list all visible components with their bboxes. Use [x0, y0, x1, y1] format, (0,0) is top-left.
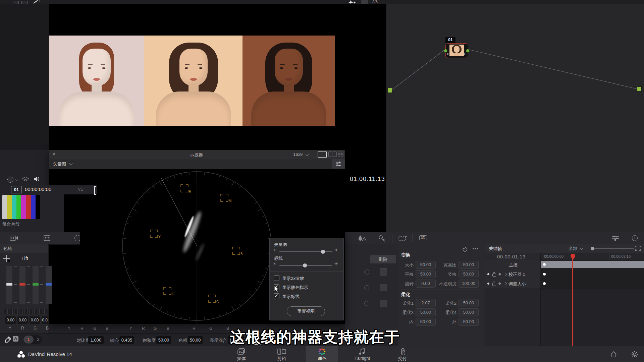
chevron-down-icon[interactable] [69, 162, 73, 165]
saturation-value[interactable]: 50.00 [156, 336, 171, 344]
close-icon[interactable]: × [52, 151, 55, 157]
aspect-value[interactable]: 50.00 [459, 261, 479, 269]
window-circle-icon[interactable] [364, 269, 369, 275]
rotate-value[interactable]: 0.00 [416, 280, 436, 288]
node-input-dot[interactable] [444, 49, 447, 53]
mixer-sliders-icon[interactable] [611, 235, 620, 242]
show-skintone-label[interactable]: 显示肤色指示 [282, 285, 308, 291]
window-circle-icon[interactable] [364, 285, 369, 290]
lock-icon[interactable] [492, 274, 496, 277]
scope-mode-select[interactable]: 矢量图 [53, 161, 66, 167]
crosshair-icon[interactable] [3, 255, 11, 263]
lift-y-slider[interactable] [6, 266, 12, 304]
keyframes-zoom-slider[interactable] [591, 248, 634, 249]
keyframe-diamond-icon[interactable] [498, 282, 501, 285]
keyframe-track-corrector[interactable]: 校正器 1 [485, 269, 644, 279]
show-2x-zoom-checkbox[interactable] [274, 275, 279, 281]
contrast-value[interactable]: 1.000 [88, 336, 104, 344]
reset-view-button[interactable]: 重置视图 [287, 306, 325, 316]
single-view-button[interactable] [318, 152, 327, 158]
tab-color[interactable]: 调色 [306, 346, 338, 362]
lift-y-value[interactable]: 0.00 [5, 316, 16, 324]
lift-b-value[interactable]: 0.0 [42, 316, 48, 324]
clip-thumbnail[interactable] [2, 195, 40, 219]
soften4-value[interactable]: 50.00 [459, 308, 479, 316]
eyedropper-icon[interactable] [4, 336, 11, 344]
chevron-down-icon[interactable] [306, 153, 309, 156]
tab-edit[interactable]: 剪辑 [266, 346, 298, 362]
image-wipe-icon[interactable] [361, 0, 368, 4]
clip-number-badge[interactable]: 01 [11, 186, 22, 193]
highlight-sparkle-icon[interactable] [348, 0, 357, 4]
keyframe-track-sizing[interactable]: 调整大小 [485, 279, 644, 289]
lift-r-value[interactable]: 0.00 [17, 316, 28, 324]
lift-g-value[interactable]: 0.00 [30, 316, 40, 324]
window-shape-button[interactable] [380, 284, 387, 291]
grid-panel-icon[interactable] [44, 235, 51, 242]
delete-button[interactable]: 删除 [370, 255, 396, 263]
tilt-value[interactable]: 50.00 [459, 270, 479, 278]
tab-fairlight[interactable]: Fairlight [346, 346, 378, 362]
tracker-icon[interactable] [398, 235, 407, 242]
tab-media[interactable]: 媒体 [225, 346, 258, 362]
annotate-pen-icon[interactable] [33, 0, 42, 4]
layers-icon[interactable] [22, 177, 29, 182]
gear-icon[interactable] [631, 351, 638, 358]
lift-r-slider[interactable] [19, 266, 25, 304]
master-wheel-strip[interactable] [4, 309, 48, 314]
page-tab-1[interactable]: 1 [23, 336, 34, 344]
camera-still-icon[interactable] [9, 235, 19, 242]
lift-b-slider[interactable] [46, 266, 52, 304]
scope-settings-button[interactable] [332, 159, 345, 169]
keyframe-diamond-icon[interactable] [498, 273, 501, 276]
source-node[interactable] [387, 88, 392, 93]
playhead-line[interactable] [572, 258, 573, 346]
keyframe-track-master[interactable]: 主控 [485, 260, 644, 270]
page-tab-2[interactable]: 2 [35, 336, 41, 344]
window-shape-button[interactable] [380, 268, 387, 276]
dual-view-button-b[interactable] [333, 152, 337, 157]
outer-value[interactable]: 50.00 [459, 318, 479, 326]
graticule-brightness-slider[interactable] [279, 265, 332, 266]
pivot-value[interactable]: 0.435 [119, 336, 134, 344]
qualifier-circle-icon[interactable] [7, 177, 13, 183]
show-graticule-checkbox[interactable]: ✓ [274, 293, 279, 299]
audio-speaker-icon[interactable] [33, 176, 40, 182]
lock-icon[interactable] [492, 283, 496, 286]
corrector-node[interactable] [445, 43, 468, 58]
window-shape-button[interactable] [380, 300, 387, 307]
keyframes-ruler[interactable]: 00:00:01:13 00:00:00:00 00:00:03:10 [485, 253, 644, 260]
3d-keyer-icon[interactable]: 3D [419, 235, 427, 240]
ab-compare-label[interactable]: A/B [372, 0, 378, 4]
wheel-palette-icon[interactable] [74, 235, 80, 241]
enable-dot-icon[interactable] [487, 273, 489, 275]
expand-icon[interactable] [635, 246, 641, 251]
dual-view-button[interactable] [328, 152, 332, 157]
expand-chevron-icon[interactable] [504, 282, 507, 286]
quad-view-button[interactable] [338, 152, 343, 157]
node-output-dot[interactable] [466, 49, 470, 53]
lift-g-slider[interactable] [33, 266, 39, 304]
info-icon[interactable]: i [632, 235, 638, 241]
reset-icon[interactable] [462, 247, 468, 252]
chevron-down-icon[interactable] [15, 178, 18, 181]
opacity-value[interactable]: 100.00 [459, 280, 479, 288]
playhead-pin[interactable] [570, 253, 576, 260]
output-node[interactable] [637, 86, 642, 92]
size-value[interactable]: 50.00 [416, 261, 436, 269]
soften2-value[interactable]: 50.00 [459, 299, 479, 307]
auto-mode-badge[interactable]: A [13, 336, 18, 342]
keyer-key-icon[interactable] [378, 235, 386, 242]
show-graticule-label[interactable]: 显示标线 [282, 294, 300, 300]
soften3-value[interactable]: 50.00 [416, 308, 436, 316]
expand-chevron-icon[interactable] [504, 273, 507, 276]
aspect-select[interactable]: 16x9 [293, 152, 303, 157]
pan-value[interactable]: 50.00 [416, 270, 436, 278]
keyframes-filter-select[interactable]: 全部 [569, 246, 577, 252]
scopes-titlebar[interactable]: × 示波器 16x9 [49, 150, 345, 160]
qualifier-droplet-icon[interactable] [358, 235, 367, 242]
enable-dot-icon[interactable] [487, 283, 489, 285]
soften1-value[interactable]: 2.07 [416, 299, 436, 307]
home-icon[interactable] [610, 351, 617, 358]
options-menu-icon[interactable]: ••• [473, 246, 479, 251]
